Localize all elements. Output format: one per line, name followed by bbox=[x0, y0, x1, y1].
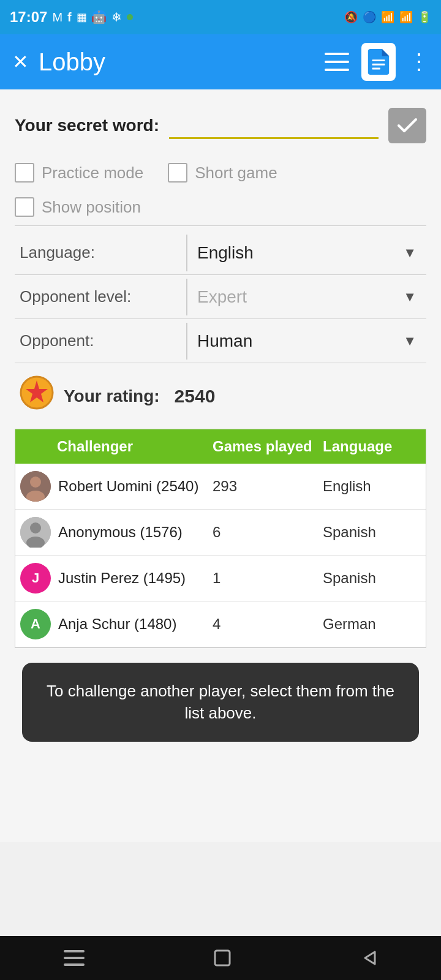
menu-icon[interactable] bbox=[325, 53, 349, 71]
show-position-checkbox[interactable]: Show position bbox=[15, 197, 141, 217]
table-header: Challenger Games played Language bbox=[15, 429, 426, 464]
page-title: Lobby bbox=[39, 48, 105, 76]
nav-back-icon[interactable] bbox=[360, 949, 377, 967]
short-game-box[interactable] bbox=[168, 163, 187, 183]
language-value: English bbox=[197, 243, 254, 263]
language-chevron-icon: ▼ bbox=[403, 245, 417, 261]
qr-icon: ▦ bbox=[77, 10, 87, 24]
top-bar: ✕ Lobby ⋮ bbox=[0, 34, 441, 89]
facebook-icon: f bbox=[67, 10, 72, 24]
svg-rect-15 bbox=[64, 957, 85, 959]
status-bar: 17:07 M f ▦ 🤖 ❄ 🔕 🔵 📶 📶 🔋 bbox=[0, 0, 441, 34]
opponent-level-dropdown[interactable]: Expert ▼ bbox=[187, 287, 426, 307]
nav-home-icon[interactable] bbox=[213, 948, 232, 968]
wifi-icon: 📶 bbox=[381, 10, 394, 24]
avatar: A bbox=[20, 609, 51, 639]
table-row[interactable]: Anonymous (1576) 6 Spanish bbox=[15, 510, 426, 556]
close-button[interactable]: ✕ bbox=[12, 50, 29, 74]
games-count: 293 bbox=[213, 478, 323, 495]
opponent-level-label: Opponent level: bbox=[15, 287, 186, 306]
opponent-label: Opponent: bbox=[15, 331, 186, 350]
opponent-dropdown[interactable]: Human ▼ bbox=[187, 331, 426, 351]
player-language: Spanish bbox=[323, 570, 421, 587]
svg-rect-1 bbox=[325, 61, 349, 63]
avatar bbox=[20, 471, 51, 502]
secret-word-row: Your secret word: bbox=[15, 102, 426, 149]
nav-menu-icon[interactable] bbox=[64, 950, 85, 966]
header-challenger: Challenger bbox=[20, 438, 213, 455]
header-language: Language bbox=[323, 438, 421, 455]
mute-icon: 🔕 bbox=[344, 10, 358, 24]
language-label: Language: bbox=[15, 243, 186, 262]
svg-rect-14 bbox=[64, 950, 85, 952]
player-name: Anonymous (1576) bbox=[58, 524, 213, 541]
snowflake-icon: ❄ bbox=[111, 10, 122, 24]
opponent-chevron-icon: ▼ bbox=[403, 333, 417, 349]
status-time: 17:07 bbox=[10, 9, 47, 26]
player-language: Spanish bbox=[323, 524, 421, 541]
document-button[interactable] bbox=[361, 43, 396, 81]
bottom-spacer bbox=[15, 756, 426, 830]
svg-rect-3 bbox=[372, 59, 385, 61]
opponent-level-row: Opponent level: Expert ▼ bbox=[15, 275, 426, 319]
dot-icon bbox=[127, 14, 133, 20]
battery-icon: 🔋 bbox=[418, 10, 431, 24]
divider-1 bbox=[15, 225, 426, 226]
rating-label: Your rating: bbox=[64, 386, 160, 406]
svg-marker-18 bbox=[365, 952, 375, 964]
avatar bbox=[20, 517, 51, 548]
opponent-row: Opponent: Human ▼ bbox=[15, 319, 426, 363]
svg-point-9 bbox=[30, 477, 41, 488]
secret-word-label: Your secret word: bbox=[15, 116, 159, 135]
opponent-value: Human bbox=[197, 331, 252, 351]
table-row[interactable]: Robert Uomini (2540) 293 English bbox=[15, 464, 426, 510]
rating-value: 2540 bbox=[175, 386, 216, 407]
games-count: 4 bbox=[213, 616, 323, 633]
opponent-level-chevron-icon: ▼ bbox=[403, 289, 417, 305]
svg-rect-4 bbox=[372, 64, 385, 66]
svg-point-12 bbox=[30, 522, 41, 533]
svg-rect-0 bbox=[325, 53, 349, 55]
challengers-table: Challenger Games played Language Robert … bbox=[15, 429, 426, 648]
bluetooth-icon: 🔵 bbox=[363, 10, 376, 24]
challenge-hint-text: To challenge another player, select them… bbox=[47, 682, 394, 722]
header-games: Games played bbox=[213, 438, 323, 455]
signal-icon: 📶 bbox=[399, 10, 413, 24]
practice-mode-box[interactable] bbox=[15, 163, 34, 183]
secret-word-input[interactable] bbox=[169, 113, 379, 139]
show-position-label: Show position bbox=[42, 198, 141, 217]
more-options-icon[interactable]: ⋮ bbox=[408, 49, 429, 75]
short-game-checkbox[interactable]: Short game bbox=[168, 163, 277, 183]
games-count: 6 bbox=[213, 524, 323, 541]
bottom-nav bbox=[0, 936, 441, 980]
player-name: Justin Perez (1495) bbox=[58, 570, 213, 587]
show-position-box[interactable] bbox=[15, 197, 34, 217]
opponent-level-value: Expert bbox=[197, 287, 247, 307]
player-language: English bbox=[323, 478, 421, 495]
svg-rect-17 bbox=[215, 951, 230, 965]
checkbox-row-2: Show position bbox=[15, 194, 426, 221]
player-language: German bbox=[323, 616, 421, 633]
gmail-icon: M bbox=[52, 10, 62, 24]
table-row[interactable]: A Anja Schur (1480) 4 German bbox=[15, 601, 426, 647]
short-game-label: Short game bbox=[195, 164, 277, 183]
player-name: Robert Uomini (2540) bbox=[58, 478, 213, 495]
android-icon: 🤖 bbox=[92, 10, 107, 24]
svg-rect-5 bbox=[372, 68, 380, 70]
table-row[interactable]: J Justin Perez (1495) 1 Spanish bbox=[15, 556, 426, 601]
confirm-button[interactable] bbox=[388, 108, 426, 143]
games-count: 1 bbox=[213, 570, 323, 587]
avatar: J bbox=[20, 563, 51, 594]
svg-rect-2 bbox=[325, 69, 349, 71]
rating-row: Your rating: 2540 bbox=[15, 363, 426, 429]
secret-word-input-wrap bbox=[169, 113, 379, 139]
language-row: Language: English ▼ bbox=[15, 231, 426, 275]
svg-rect-16 bbox=[64, 963, 85, 966]
challenge-hint-box: To challenge another player, select them… bbox=[22, 663, 419, 742]
main-content: Your secret word: Practice mode Short ga… bbox=[0, 89, 441, 842]
practice-mode-checkbox[interactable]: Practice mode bbox=[15, 163, 143, 183]
practice-mode-label: Practice mode bbox=[42, 164, 143, 183]
checkbox-row-1: Practice mode Short game bbox=[15, 159, 426, 186]
language-dropdown[interactable]: English ▼ bbox=[187, 243, 426, 263]
player-name: Anja Schur (1480) bbox=[58, 616, 213, 633]
